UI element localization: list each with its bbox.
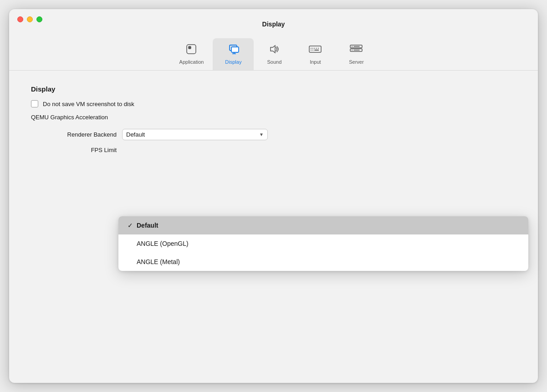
renderer-select[interactable]: Default ▼ — [122, 129, 268, 140]
checkmark-icon: ✓ — [128, 222, 137, 229]
tab-input-label: Input — [310, 59, 321, 65]
tab-application-label: Application — [179, 59, 204, 65]
screenshot-checkbox[interactable] — [31, 100, 38, 107]
dropdown-item-angle-metal[interactable]: ANGLE (Metal) — [118, 253, 528, 271]
svg-rect-0 — [187, 45, 196, 54]
fps-label: FPS Limit — [31, 147, 122, 153]
renderer-label: Renderer Backend — [31, 131, 122, 138]
dropdown-item-default[interactable]: ✓ Default — [118, 216, 528, 234]
tab-sound[interactable]: Sound — [254, 38, 295, 70]
screenshot-label: Do not save VM screenshot to disk — [43, 101, 134, 107]
input-icon — [308, 42, 322, 56]
empty-checkmark — [128, 240, 137, 247]
dropdown-item-angle-metal-label: ANGLE (Metal) — [137, 258, 180, 265]
tab-sound-label: Sound — [267, 59, 282, 65]
tab-display-label: Display — [225, 59, 241, 65]
svg-rect-7 — [309, 46, 321, 52]
tab-server-label: Server — [349, 59, 363, 65]
tab-server[interactable]: Server — [336, 38, 377, 70]
content-area: Display Do not save VM screenshot to dis… — [9, 71, 538, 383]
section-title: Display — [31, 85, 516, 93]
tab-input[interactable]: Input — [295, 38, 336, 70]
sound-icon — [267, 42, 281, 56]
dropdown-item-angle-opengl[interactable]: ANGLE (OpenGL) — [118, 234, 528, 253]
dropdown-item-angle-opengl-label: ANGLE (OpenGL) — [137, 240, 189, 247]
toolbar: Application Display — [9, 33, 538, 71]
dropdown-menu: ✓ Default ANGLE (OpenGL) ANGLE (Metal) — [118, 216, 528, 271]
renderer-selected-value: Default — [126, 131, 145, 138]
server-icon — [349, 42, 363, 56]
tab-application[interactable]: Application — [170, 38, 213, 70]
svg-rect-1 — [189, 46, 191, 49]
window: Display Application — [9, 9, 538, 383]
screenshot-checkbox-row: Do not save VM screenshot to disk — [31, 100, 516, 107]
maximize-button[interactable] — [36, 16, 42, 22]
qemu-label: QEMU Graphics Acceleration — [31, 114, 516, 121]
fps-limit-row: FPS Limit — [31, 147, 516, 153]
svg-marker-6 — [271, 46, 275, 53]
tab-display[interactable]: Display — [213, 38, 254, 70]
minimize-button[interactable] — [27, 16, 33, 22]
dropdown-item-default-label: Default — [137, 222, 158, 229]
application-icon — [184, 42, 199, 56]
empty-checkmark-2 — [128, 258, 137, 265]
chevron-down-icon: ▼ — [259, 132, 264, 137]
svg-rect-3 — [231, 47, 239, 52]
close-button[interactable] — [17, 16, 23, 22]
traffic-lights — [17, 16, 42, 22]
titlebar: Display — [9, 9, 538, 33]
renderer-backend-row: Renderer Backend Default ▼ — [31, 129, 516, 140]
window-title: Display — [17, 21, 530, 27]
display-icon — [226, 42, 240, 56]
